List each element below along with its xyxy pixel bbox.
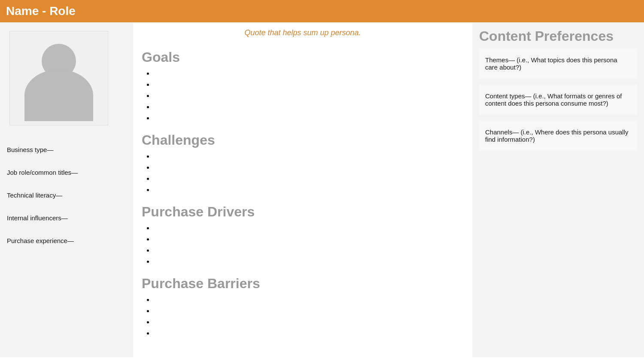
list-item	[154, 162, 464, 173]
bullet-list	[142, 294, 464, 339]
sidebar-field: Business type—	[0, 138, 133, 161]
bullet-list	[142, 222, 464, 267]
section-block: Purchase Drivers	[142, 204, 464, 267]
quote-area: Quote that helps sum up persona.	[142, 22, 464, 41]
content-preferences-title: Content Preferences	[479, 28, 637, 44]
list-item	[154, 90, 464, 101]
section-title: Purchase Barriers	[142, 276, 464, 292]
list-item	[154, 222, 464, 234]
list-item	[154, 328, 464, 339]
section-block: Purchase Barriers	[142, 276, 464, 339]
sidebar-field: Technical literacy—	[0, 184, 133, 207]
middle-column: Quote that helps sum up persona. GoalsCh…	[133, 22, 472, 357]
avatar	[9, 31, 108, 125]
section-block: Challenges	[142, 132, 464, 195]
person-silhouette-icon	[16, 35, 102, 121]
section-title: Challenges	[142, 132, 464, 148]
bullet-list	[142, 151, 464, 195]
section-title: Goals	[142, 49, 464, 65]
list-item	[154, 173, 464, 184]
content-pref-item: Content types— (i.e., What formats or ge…	[479, 85, 637, 115]
list-item	[154, 184, 464, 195]
list-item	[154, 256, 464, 267]
sidebar-fields: Business type—Job role/common titles—Tec…	[0, 134, 133, 357]
sidebar-field: Job role/common titles—	[0, 161, 133, 184]
silhouette-body	[24, 70, 93, 121]
list-item	[154, 294, 464, 305]
avatar-container	[0, 22, 133, 134]
bullet-list	[142, 68, 464, 124]
list-item	[154, 79, 464, 90]
section-title: Purchase Drivers	[142, 204, 464, 220]
sidebar-field: Purchase experience—	[0, 229, 133, 252]
list-item	[154, 316, 464, 328]
list-item	[154, 151, 464, 162]
list-item	[154, 234, 464, 245]
right-column: Content Preferences Themes— (i.e., What …	[472, 22, 644, 357]
content-pref-item: Channels— (i.e., Where does this persona…	[479, 121, 637, 151]
sidebar-field: Internal influencers—	[0, 207, 133, 229]
list-item	[154, 245, 464, 256]
section-block: Goals	[142, 49, 464, 124]
content-pref-items: Themes— (i.e., What topics does this per…	[479, 49, 637, 151]
persona-quote: Quote that helps sum up persona.	[244, 28, 361, 37]
list-item	[154, 68, 464, 79]
list-item	[154, 305, 464, 316]
list-item	[154, 101, 464, 113]
page-title: Name - Role	[6, 4, 638, 18]
list-item	[154, 113, 464, 124]
header: Name - Role	[0, 0, 644, 22]
middle-sections: GoalsChallengesPurchase DriversPurchase …	[142, 49, 464, 339]
main-content: Business type—Job role/common titles—Tec…	[0, 22, 644, 357]
content-pref-item: Themes— (i.e., What topics does this per…	[479, 49, 637, 79]
left-sidebar: Business type—Job role/common titles—Tec…	[0, 22, 133, 357]
